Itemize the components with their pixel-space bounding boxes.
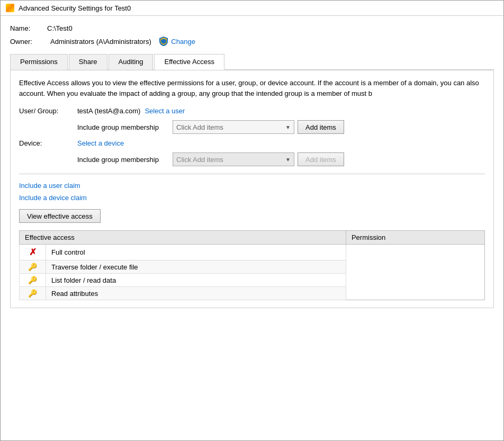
user-group-row: User/ Group: testA (testA@a.com) Select … — [19, 107, 485, 115]
user-group-label: User/ Group: — [19, 107, 77, 115]
table-row: 🔑List folder / read data — [20, 274, 485, 287]
access-icon-cell: 🔑 — [20, 287, 46, 300]
table-header-row: Effective access Permission — [20, 231, 485, 245]
select-user-link[interactable]: Select a user — [145, 107, 185, 115]
allow-icon: 🔑 — [28, 263, 37, 271]
device-group-membership-row: Include group membership Click Add items… — [77, 152, 485, 166]
device-label: Device: — [19, 139, 77, 147]
divider-1 — [19, 174, 485, 174]
view-btn-container: View effective access — [19, 209, 485, 223]
name-value: C:\Test0 — [47, 24, 73, 32]
include-group-device-label: Include group membership — [77, 156, 167, 164]
deny-icon: ✗ — [29, 247, 37, 257]
name-row: Name: C:\Test0 — [10, 24, 494, 32]
include-group-label: Include group membership — [77, 123, 167, 131]
claims-section: Include a user claim Include a device cl… — [19, 182, 485, 202]
allow-icon: 🔑 — [28, 276, 37, 284]
access-icon-cell: 🔑 — [20, 274, 46, 287]
device-dropdown-text: Click Add items — [176, 156, 223, 164]
permission-cell: List folder / read data — [46, 274, 346, 287]
select-device-link[interactable]: Select a device — [77, 139, 124, 147]
device-dropdown-arrow: ▼ — [285, 157, 291, 163]
table-row: ✗Full control — [20, 245, 485, 260]
window-icon — [6, 4, 14, 12]
shield-icon — [159, 37, 168, 46]
device-dropdown-container: Click Add items ▼ Add items — [173, 152, 344, 166]
user-dropdown-arrow: ▼ — [285, 124, 291, 130]
effective-access-table: Effective access Permission ✗Full contro… — [19, 230, 485, 300]
tab-auditing[interactable]: Auditing — [109, 54, 154, 70]
user-group-membership-row: Include group membership Click Add items… — [77, 120, 485, 134]
user-group-value: testA (testA@a.com) Select a user — [77, 107, 185, 115]
change-link[interactable]: Change — [171, 38, 195, 46]
include-user-claim-link[interactable]: Include a user claim — [19, 182, 485, 190]
col-permission-header: Permission — [346, 231, 484, 245]
allow-icon: 🔑 — [28, 289, 37, 298]
permission-cell: Full control — [46, 245, 346, 260]
user-value-text: testA (testA@a.com) — [77, 107, 140, 115]
content-area: Name: C:\Test0 Owner: Administrators (A\… — [1, 16, 503, 440]
col-access-header: Effective access — [20, 231, 346, 245]
user-dropdown-text: Click Add items — [176, 123, 223, 131]
owner-value: Administrators (A\Administrators) — [50, 38, 151, 46]
window-title: Advanced Security Settings for Test0 — [19, 4, 131, 12]
user-group-dropdown[interactable]: Click Add items ▼ — [173, 120, 294, 134]
device-add-items-button: Add items — [298, 152, 344, 166]
table-row: 🔑Traverse folder / execute file — [20, 260, 485, 274]
tab-content-effective-access: Effective Access allows you to view the … — [10, 70, 494, 308]
tab-share[interactable]: Share — [69, 54, 107, 70]
name-label: Name: — [10, 24, 47, 32]
user-dropdown-container: Click Add items ▼ Add items — [173, 120, 344, 134]
owner-row: Owner: Administrators (A\Administrators)… — [10, 37, 494, 46]
permission-cell: Traverse folder / execute file — [46, 260, 346, 274]
tab-permissions[interactable]: Permissions — [10, 54, 68, 70]
device-group-dropdown: Click Add items ▼ — [173, 152, 294, 166]
permission-cell: Read attributes — [46, 287, 346, 300]
tab-effective-access[interactable]: Effective Access — [154, 54, 224, 70]
device-row: Device: Select a device — [19, 139, 485, 147]
access-icon-cell: 🔑 — [20, 260, 46, 274]
main-window: Advanced Security Settings for Test0 Nam… — [0, 0, 504, 441]
include-device-claim-link[interactable]: Include a device claim — [19, 194, 485, 202]
user-add-items-button[interactable]: Add items — [298, 120, 344, 134]
owner-label: Owner: — [10, 38, 47, 46]
access-icon-cell: ✗ — [20, 245, 46, 260]
title-bar: Advanced Security Settings for Test0 — [1, 1, 503, 16]
table-row: 🔑Read attributes — [20, 287, 485, 300]
description-text: Effective Access allows you to view the … — [19, 78, 485, 98]
tabs-bar: Permissions Share Auditing Effective Acc… — [10, 53, 494, 70]
view-effective-access-button[interactable]: View effective access — [19, 209, 101, 223]
